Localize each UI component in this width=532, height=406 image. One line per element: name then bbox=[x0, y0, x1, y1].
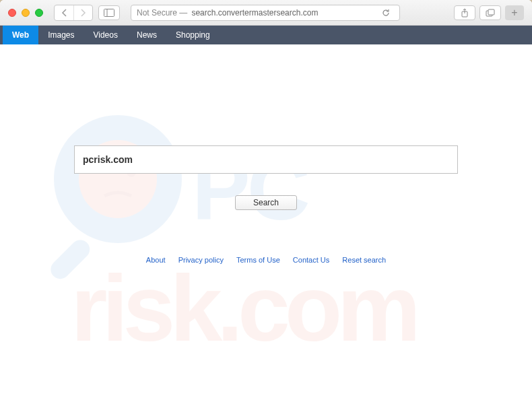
minimize-window-button[interactable] bbox=[22, 9, 30, 17]
window-controls bbox=[8, 9, 43, 17]
close-window-button[interactable] bbox=[8, 9, 16, 17]
search-input[interactable] bbox=[74, 145, 458, 174]
tab-videos[interactable]: Videos bbox=[84, 26, 127, 44]
footer-about-link[interactable]: About bbox=[146, 256, 166, 264]
search-container: Search bbox=[74, 145, 458, 210]
svg-rect-4 bbox=[488, 9, 494, 15]
footer-terms-link[interactable]: Terms of Use bbox=[236, 256, 280, 264]
tab-images[interactable]: Images bbox=[38, 26, 84, 44]
footer-privacy-link[interactable]: Privacy policy bbox=[178, 256, 224, 264]
reload-button[interactable] bbox=[378, 5, 394, 20]
footer-contact-link[interactable]: Contact Us bbox=[293, 256, 329, 264]
maximize-window-button[interactable] bbox=[35, 9, 43, 17]
share-button[interactable] bbox=[454, 5, 475, 20]
page-body: PC risk.com Search About Privacy policy … bbox=[0, 44, 532, 406]
new-tab-button[interactable]: + bbox=[505, 5, 524, 20]
title-bar: Not Secure — search.convertermastersearc… bbox=[0, 0, 532, 26]
search-button[interactable]: Search bbox=[235, 195, 297, 210]
back-button[interactable] bbox=[55, 5, 73, 20]
watermark-logo: PC risk.com bbox=[30, 78, 502, 350]
tab-news[interactable]: News bbox=[127, 26, 166, 44]
svg-text:risk.com: risk.com bbox=[71, 255, 415, 347]
browser-window: Not Secure — search.convertermastersearc… bbox=[0, 0, 532, 406]
sidebar-toggle-button[interactable] bbox=[98, 5, 120, 20]
forward-button[interactable] bbox=[73, 5, 92, 20]
category-tabs: Web Images Videos News Shopping bbox=[0, 26, 532, 44]
nav-buttons bbox=[54, 5, 93, 21]
url-text: search.convertermastersearch.com bbox=[191, 8, 318, 18]
content-area: Web Images Videos News Shopping PC risk.… bbox=[0, 26, 532, 406]
footer-links: About Privacy policy Terms of Use Contac… bbox=[0, 256, 532, 264]
tab-shopping[interactable]: Shopping bbox=[166, 26, 220, 44]
footer-reset-link[interactable]: Reset search bbox=[342, 256, 386, 264]
tabs-button[interactable] bbox=[479, 5, 501, 20]
right-toolbar: + bbox=[454, 5, 524, 20]
tab-web[interactable]: Web bbox=[3, 26, 38, 44]
address-bar[interactable]: Not Secure — search.convertermastersearc… bbox=[131, 5, 400, 21]
security-indicator: Not Secure — bbox=[137, 8, 187, 18]
svg-rect-0 bbox=[104, 9, 114, 16]
